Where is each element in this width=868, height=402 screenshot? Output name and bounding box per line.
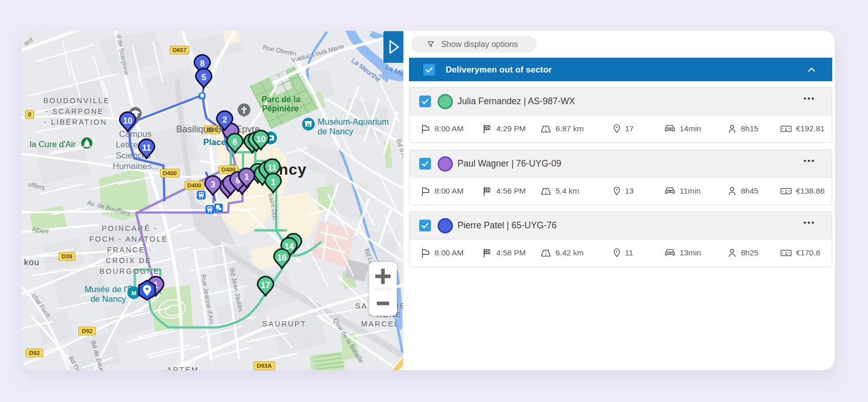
svg-text:CROIX DE: CROIX DE (106, 256, 152, 265)
svg-text:ARTEM: ARTEM (167, 366, 199, 370)
svg-text:D92: D92 (82, 328, 92, 334)
svg-text:Muséum-Aquarium: Muséum-Aquarium (318, 117, 389, 126)
svg-text:10: 10 (256, 134, 266, 144)
svg-text:la Cure d'Air: la Cure d'Air (30, 139, 76, 149)
svg-text:D400: D400 (187, 182, 202, 188)
svg-text:5: 5 (201, 73, 206, 82)
svg-text:BOURGOGNE: BOURGOGNE (100, 267, 160, 275)
svg-text:D92: D92 (29, 350, 40, 356)
svg-text:1: 1 (785, 127, 787, 132)
svg-text:D400: D400 (163, 170, 177, 176)
svg-text:17: 17 (261, 280, 270, 290)
svg-text:de Nancy: de Nancy (90, 294, 126, 303)
svg-text:1: 1 (271, 177, 275, 186)
svg-text:0: 0 (28, 111, 31, 117)
svg-text:- SCARPONE: - SCARPONE (45, 107, 104, 115)
svg-text:11: 11 (268, 163, 276, 172)
svg-text:FRANCE -: FRANCE - (107, 246, 152, 254)
svg-text:8: 8 (200, 59, 204, 68)
svg-text:kou: kou (24, 257, 39, 267)
svg-text:1: 1 (785, 251, 787, 256)
svg-text:MARCEL E: MARCEL E (361, 320, 403, 328)
svg-text:10: 10 (123, 116, 132, 125)
svg-text:SAURUPT: SAURUPT (262, 320, 307, 328)
svg-text:- LIBÉRATION: - LIBÉRATION (44, 118, 107, 126)
svg-text:BOUDONVILLE: BOUDONVILLE (43, 97, 110, 105)
svg-text:1: 1 (785, 189, 787, 194)
svg-text:2: 2 (222, 115, 227, 124)
svg-text:D93A: D93A (257, 363, 272, 369)
svg-text:16: 16 (277, 253, 286, 262)
svg-text:D400: D400 (222, 167, 236, 173)
svg-text:3: 3 (210, 180, 215, 189)
svg-text:D657: D657 (173, 47, 187, 53)
svg-text:Parc de la: Parc de la (261, 95, 300, 104)
svg-text:11: 11 (142, 143, 151, 152)
svg-text:ncy: ncy (279, 161, 307, 178)
svg-text:6: 6 (232, 137, 237, 147)
svg-text:M: M (306, 123, 310, 128)
svg-text:D39: D39 (61, 253, 72, 259)
svg-text:de Nancy: de Nancy (318, 127, 353, 136)
svg-text:Pépinière: Pépinière (262, 104, 299, 113)
svg-text:SA: SA (355, 302, 368, 310)
svg-text:POINCARÉ -: POINCARÉ - (102, 224, 158, 232)
svg-text:M: M (131, 290, 136, 296)
svg-text:Humaines...: Humaines... (113, 161, 159, 171)
svg-text:IE: IE (397, 302, 403, 310)
svg-text:1: 1 (244, 172, 249, 181)
svg-text:FOCH - ANATOLE: FOCH - ANATOLE (89, 235, 168, 243)
svg-text:Place: Place (203, 137, 226, 147)
svg-text:Campus: Campus (119, 129, 151, 139)
